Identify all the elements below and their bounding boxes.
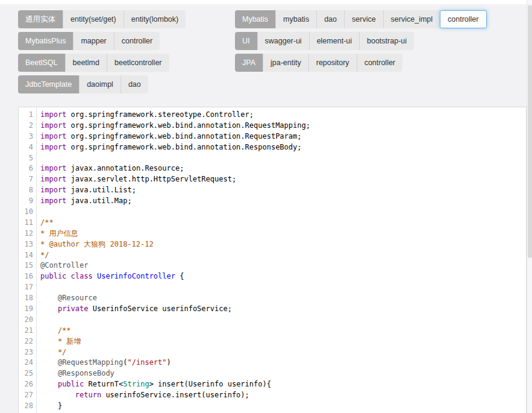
code-line: 2import org.springframework.web.bind.ann… [19,121,526,131]
option-button-beetlcontroller[interactable]: beetlcontroller [107,54,169,72]
line-number: 1 [19,110,33,121]
code-token: @Controller [40,261,88,270]
code-text: */ [33,250,49,261]
code-token: */ [40,348,66,356]
code-text: public ReturnT<String> insert(Userinfo u… [33,379,271,390]
option-button-beetlmd[interactable]: beetlmd [65,54,107,72]
line-number: 11 [19,218,33,229]
code-text: import java.util.Map; [33,196,132,207]
code-line: 3import org.springframework.web.bind.ann… [19,131,526,142]
code-line: 25 @ResponseBody [19,368,526,379]
option-button-controller[interactable]: controller [114,32,160,50]
code-text: return userinfoService.insert(userinfo); [33,390,249,401]
code-token: /** [40,218,54,227]
code-token: public [40,272,66,280]
code-token: org.springframework.web.bind.annotation.… [66,132,301,140]
option-button-entity-lombok[interactable]: entity(lombok) [124,10,186,28]
group-label-jdbctemplate[interactable]: JdbcTemplate [18,75,79,93]
code-line: 13* @author 大狼狗 2018-12-12 [19,239,526,250]
code-token: public [58,380,84,388]
code-token: @Resource [58,294,97,302]
code-token: String [123,380,149,388]
line-number: 21 [19,326,33,336]
option-button-service[interactable]: service [344,10,383,28]
code-token: org.springframework.web.bind.annotation.… [66,121,310,130]
line-number: 10 [19,207,33,218]
option-button-dao[interactable]: dao [316,10,344,28]
code-lines-container: 1import org.springframework.stereotype.C… [19,107,526,412]
option-button-daoimpl[interactable]: daoimpl [79,75,120,93]
code-token: > insert(Userinfo userinfo){ [149,380,271,388]
code-token: { [175,272,184,280]
option-button-service-impl[interactable]: service_impl [383,10,440,28]
button-group-mybatis: Mybatismybatisdaoserviceservice_implcont… [235,10,487,28]
line-number: 12 [19,229,33,239]
code-text: public class UserinfoController { [33,271,184,282]
line-number: 4 [19,142,33,153]
code-line: 19 private UserinfoService userinfoServi… [19,304,526,315]
code-text: import org.springframework.web.bind.anno… [33,121,310,131]
code-text: /** [33,326,71,336]
group-label-mybatisplus[interactable]: MybatisPlus [18,32,73,50]
button-group-mybatisplus: MybatisPlusmappercontroller [18,32,160,50]
code-line: 1import org.springframework.stereotype.C… [19,110,526,121]
scrollbar-thumb[interactable] [528,5,532,258]
code-text: * 新增 [33,336,81,347]
option-button-entity-set-get[interactable]: entity(set/get) [63,10,124,28]
code-line: 14*/ [19,250,526,261]
option-button-controller[interactable]: controller [357,54,402,72]
template-toolbar: 通用实体entity(set/get)entity(lombok)Mybatis… [0,4,527,93]
option-button-mybatis[interactable]: mybatis [275,10,316,28]
option-button-swagger-ui[interactable]: swagger-ui [257,32,309,50]
line-number: 19 [19,304,33,315]
code-text [33,282,40,293]
code-text [33,207,40,218]
code-text: @RequestMapping("/insert") [33,358,171,368]
line-number: 8 [19,185,33,196]
option-button-bootstrap-ui[interactable]: bootstrap-ui [359,32,414,50]
line-number: 9 [19,196,33,207]
option-button-mapper[interactable]: mapper [73,32,113,50]
code-token: java.util.List; [66,186,136,194]
code-token [40,369,58,377]
code-line: 22 * 新增 [19,336,526,347]
code-text: import javax.annotation.Resource; [33,163,184,174]
code-editor[interactable]: 1import org.springframework.stereotype.C… [18,107,527,413]
group-label-beetlsql[interactable]: BeetlSQL [18,54,65,72]
code-token: import [40,175,66,183]
code-token: import [40,132,66,140]
page-scrollbar[interactable] [527,0,532,413]
code-line: 18 @Resource [19,293,526,304]
line-number: 25 [19,368,33,379]
code-line: 16public class UserinfoController { [19,271,526,282]
group-label-item[interactable]: 通用实体 [18,10,63,28]
code-token: import [40,110,66,119]
line-number: 15 [19,260,33,271]
code-token: ( [123,358,127,367]
code-line: 11/** [19,218,526,229]
code-line: 17 [19,282,526,293]
option-button-controller[interactable]: controller [440,10,486,28]
line-number: 3 [19,131,33,142]
option-button-element-ui[interactable]: element-ui [309,32,359,50]
line-number: 26 [19,379,33,390]
option-button-jpa-entity[interactable]: jpa-entity [263,54,308,72]
code-text [33,153,40,164]
option-button-repository[interactable]: repository [308,54,357,72]
code-text: * @author 大狼狗 2018-12-12 [33,239,154,250]
group-label-jpa[interactable]: JPA [235,54,263,72]
option-button-dao[interactable]: dao [120,75,148,93]
button-group-ui: UIswagger-uielement-uibootstrap-ui [235,32,414,50]
code-line: 7import javax.servlet.http.HttpServletRe… [19,174,526,185]
group-label-ui[interactable]: UI [235,32,257,50]
code-line: 23 */ [19,347,526,358]
code-token: javax.annotation.Resource; [66,164,184,172]
code-text: } [33,401,62,412]
code-line: 20 [19,315,526,326]
code-token: * 新增 [40,337,81,345]
group-label-mybatis[interactable]: Mybatis [235,10,275,28]
line-number: 20 [19,315,33,326]
code-token: import [40,164,66,172]
code-token: /** [40,326,71,335]
code-text [33,315,40,326]
